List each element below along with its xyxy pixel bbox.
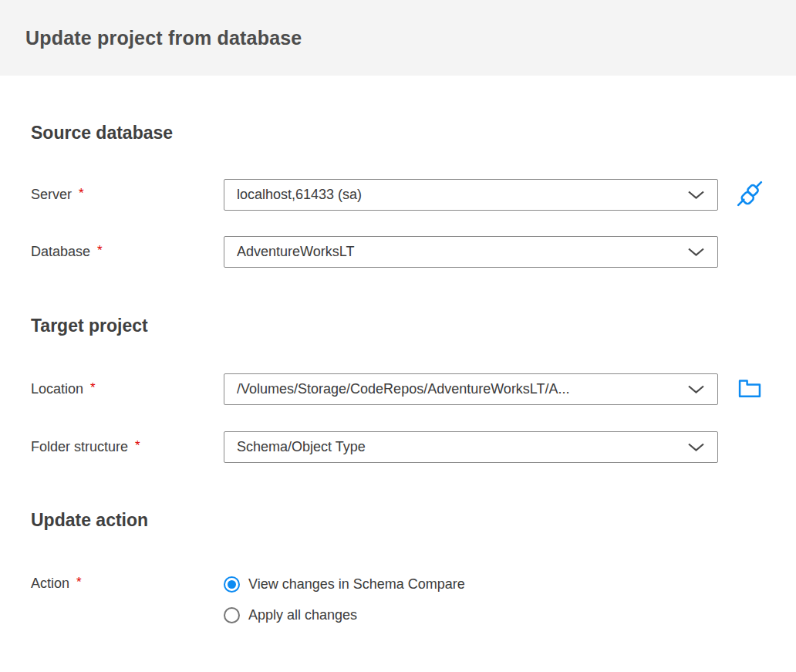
location-dropdown-value: /Volumes/Storage/CodeRepos/AdventureWork… (237, 381, 680, 397)
dialog-body: Source database Server * localhost,61433… (0, 122, 796, 624)
required-asterisk: * (135, 438, 140, 454)
database-dropdown[interactable]: AdventureWorksLT (224, 236, 718, 268)
section-heading-source-database: Source database (31, 122, 765, 144)
radio-option-apply-all[interactable]: Apply all changes (224, 606, 465, 624)
server-dropdown-value: localhost,61433 (sa) (237, 187, 680, 203)
folder-structure-field-row: Folder structure * Schema/Object Type (31, 431, 765, 463)
action-radio-group: View changes in Schema Compare Apply all… (224, 575, 465, 624)
dialog-header: Update project from database (0, 0, 796, 76)
action-label: Action (31, 576, 69, 592)
database-field-label-wrap: Database * (31, 244, 224, 260)
section-heading-target-project: Target project (31, 315, 765, 336)
action-field-row: Action * View changes in Schema Compare … (31, 575, 765, 624)
location-field-label-wrap: Location * (31, 381, 224, 397)
location-dropdown[interactable]: /Volumes/Storage/CodeRepos/AdventureWork… (224, 373, 718, 405)
folder-structure-label: Folder structure (31, 439, 128, 455)
location-field-row: Location * /Volumes/Storage/CodeRepos/Ad… (31, 373, 765, 405)
folder-browse-icon (736, 374, 764, 404)
server-field-row: Server * localhost,61433 (sa) (31, 179, 765, 211)
chevron-down-icon (687, 384, 705, 394)
dialog-title: Update project from database (25, 27, 302, 49)
chevron-down-icon (687, 442, 705, 452)
connect-plug-icon (735, 179, 764, 211)
required-asterisk: * (90, 380, 96, 396)
required-asterisk: * (76, 575, 82, 590)
location-label: Location (31, 381, 83, 397)
required-asterisk: * (79, 186, 84, 201)
database-dropdown-value: AdventureWorksLT (237, 244, 680, 260)
browse-folder-button[interactable] (736, 376, 764, 404)
action-field-label-wrap: Action * (31, 575, 224, 592)
connect-button[interactable] (736, 181, 764, 209)
radio-button-icon[interactable] (224, 576, 240, 593)
radio-option-label: Apply all changes (248, 607, 357, 623)
database-field-row: Database * AdventureWorksLT (31, 236, 765, 268)
radio-option-label: View changes in Schema Compare (248, 576, 465, 593)
radio-button-icon[interactable] (224, 607, 240, 623)
folder-structure-dropdown[interactable]: Schema/Object Type (224, 431, 718, 463)
section-heading-update-action: Update action (31, 509, 765, 531)
folder-structure-field-label-wrap: Folder structure * (31, 439, 224, 455)
chevron-down-icon (687, 190, 705, 200)
database-label: Database (31, 244, 90, 260)
chevron-down-icon (687, 247, 705, 257)
folder-structure-dropdown-value: Schema/Object Type (237, 439, 680, 455)
radio-option-view-changes[interactable]: View changes in Schema Compare (224, 575, 465, 593)
server-label: Server (31, 187, 72, 203)
server-dropdown[interactable]: localhost,61433 (sa) (224, 179, 718, 211)
required-asterisk: * (97, 243, 103, 258)
server-field-label-wrap: Server * (31, 187, 224, 203)
